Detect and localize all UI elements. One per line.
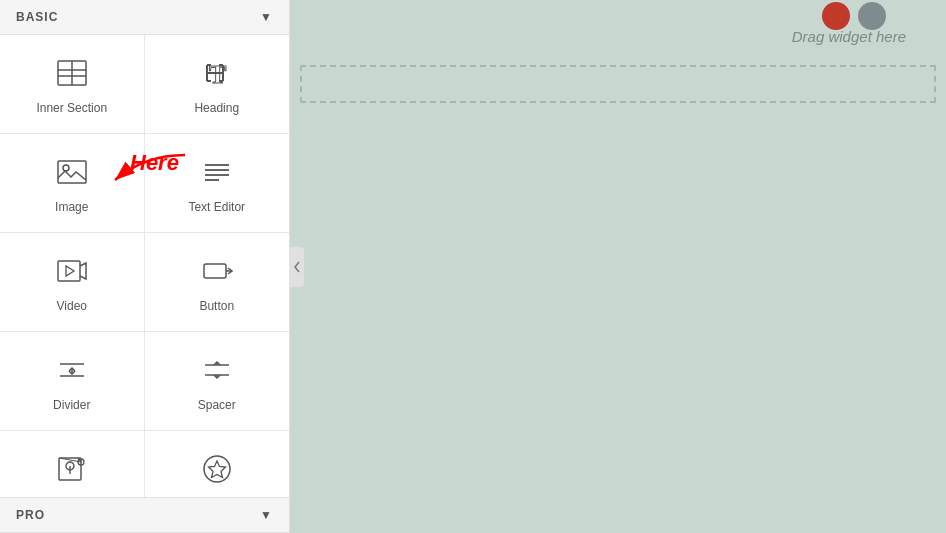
widget-inner-section[interactable]: Inner Section xyxy=(0,35,145,134)
spacer-label: Spacer xyxy=(198,398,236,412)
divider-icon xyxy=(52,350,92,390)
widget-button[interactable]: Button xyxy=(145,233,290,332)
panel-collapse-handle[interactable] xyxy=(290,247,304,287)
widget-image[interactable]: Image xyxy=(0,134,145,233)
text-editor-label: Text Editor xyxy=(188,200,245,214)
text-editor-icon xyxy=(197,152,237,192)
pro-section-header[interactable]: PRO ▼ xyxy=(0,497,289,533)
heading-label: Heading xyxy=(194,101,239,115)
widget-divider[interactable]: Divider xyxy=(0,332,145,431)
pro-chevron-icon: ▼ xyxy=(260,508,273,522)
basic-section-label: BASIC xyxy=(16,10,58,24)
button-icon xyxy=(197,251,237,291)
red-circle-button[interactable] xyxy=(822,2,850,30)
pro-section-label: PRO xyxy=(16,508,45,522)
svg-rect-20 xyxy=(204,264,226,278)
inner-section-icon xyxy=(52,53,92,93)
image-label: Image xyxy=(55,200,88,214)
drag-widget-text: Drag widget here xyxy=(792,28,906,45)
basic-section-header[interactable]: BASIC ▼ xyxy=(0,0,289,35)
gray-circle-button[interactable] xyxy=(858,2,886,30)
svg-point-13 xyxy=(63,165,69,171)
inner-section-label: Inner Section xyxy=(36,101,107,115)
widget-text-editor[interactable]: Text Editor xyxy=(145,134,290,233)
widget-heading[interactable]: T Heading xyxy=(145,35,290,134)
widget-spacer[interactable]: Spacer xyxy=(145,332,290,431)
image-icon xyxy=(52,152,92,192)
widget-icon[interactable]: Icon xyxy=(145,431,290,497)
svg-marker-35 xyxy=(208,461,225,478)
basic-chevron-icon: ▼ xyxy=(260,10,273,24)
widget-panel: BASIC ▼ Inner Section T xyxy=(0,0,290,533)
drop-zone[interactable] xyxy=(300,65,936,103)
spacer-icon xyxy=(197,350,237,390)
widget-video[interactable]: Video xyxy=(0,233,145,332)
svg-rect-18 xyxy=(58,261,80,281)
canvas-area: Drag widget here xyxy=(290,0,946,533)
divider-label: Divider xyxy=(53,398,90,412)
widget-google-maps[interactable]: Google Maps xyxy=(0,431,145,497)
svg-marker-19 xyxy=(66,266,74,276)
svg-rect-12 xyxy=(58,161,86,183)
heading-icon: T xyxy=(197,53,237,93)
video-label: Video xyxy=(57,299,87,313)
icon-widget-icon xyxy=(197,449,237,489)
widgets-grid: Inner Section T Heading xyxy=(0,35,289,497)
button-label: Button xyxy=(199,299,234,313)
video-icon xyxy=(52,251,92,291)
google-maps-icon xyxy=(52,449,92,489)
